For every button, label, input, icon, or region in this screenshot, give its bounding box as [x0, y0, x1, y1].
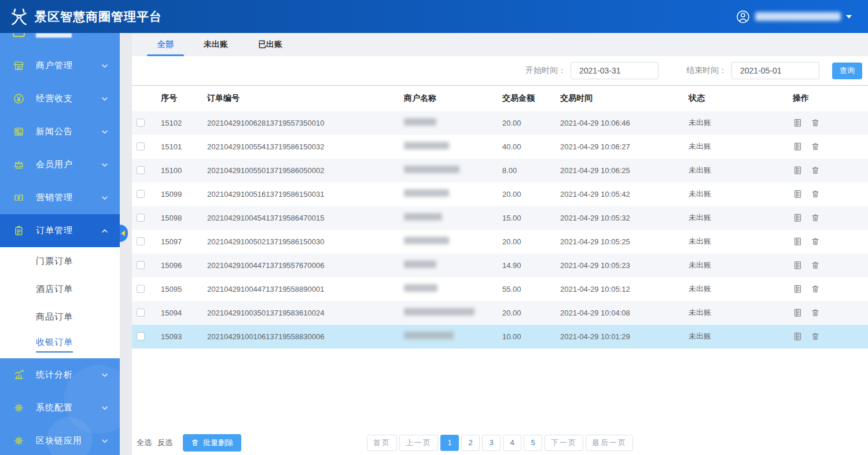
- cell-actions: [793, 135, 868, 159]
- sidebar-item-member-users[interactable]: 会员用户: [0, 148, 120, 181]
- sidebar-item-clipped[interactable]: [0, 33, 120, 39]
- pagination-page-2[interactable]: 2: [461, 435, 480, 451]
- cell-order-no: 2021042910010613719558830006: [207, 325, 404, 348]
- table-row[interactable]: 15097202104291005021371958615003020.0020…: [132, 230, 868, 254]
- delete-row-button[interactable]: [811, 260, 821, 270]
- sidebar-item-news-announcements[interactable]: 新闻公告: [0, 115, 120, 148]
- row-checkbox[interactable]: [137, 332, 145, 340]
- sidebar-subitem-hotel-orders[interactable]: 酒店订单: [0, 275, 120, 303]
- row-checkbox[interactable]: [137, 166, 145, 174]
- delete-row-button[interactable]: [811, 331, 821, 342]
- cell-amount: 55.00: [502, 277, 560, 301]
- chevron-down-icon: [101, 162, 108, 168]
- view-detail-button[interactable]: [793, 212, 803, 223]
- search-button[interactable]: 查询: [832, 63, 862, 79]
- delete-row-button[interactable]: [811, 189, 821, 199]
- batch-delete-button[interactable]: 批量删除: [183, 434, 241, 452]
- sidebar-item-merchant-management[interactable]: 商户管理: [0, 49, 120, 82]
- user-menu[interactable]: [736, 0, 852, 33]
- cell-status: 未出账: [689, 325, 793, 348]
- sidebar-item-business-finance[interactable]: 经营收支: [0, 82, 120, 115]
- cell-amount: 40.00: [502, 135, 560, 159]
- tab-all[interactable]: 全部: [142, 33, 189, 56]
- cell-merchant-redacted: [404, 230, 502, 254]
- table-row[interactable]: 15095202104291004471371955889000155.0020…: [132, 277, 868, 301]
- pagination-prev[interactable]: 上一页: [399, 435, 438, 451]
- row-checkbox[interactable]: [137, 142, 145, 151]
- view-detail-button[interactable]: [793, 141, 803, 152]
- sidebar-item-blockchain-apps[interactable]: 区块链应用: [0, 424, 120, 455]
- sidebar-item-marketing-management[interactable]: 营销管理: [0, 181, 120, 214]
- sidebar-subitem-cashier-orders[interactable]: 收银订单: [0, 331, 120, 358]
- end-date-input[interactable]: [731, 62, 819, 79]
- sidebar-submenu-orders: 门票订单酒店订单商品订单收银订单: [0, 247, 120, 358]
- view-detail-button[interactable]: [793, 118, 803, 128]
- sidebar-item-label: 订单管理: [36, 225, 73, 236]
- delete-icon: [811, 118, 820, 128]
- cell-seq: 15094: [161, 301, 207, 325]
- table-row[interactable]: 15101202104291005541371958615003240.0020…: [132, 135, 868, 159]
- cell-order-no: 2021042910062813719557350010: [207, 111, 404, 135]
- row-checkbox[interactable]: [137, 214, 145, 222]
- detail-icon: [793, 141, 803, 152]
- view-detail-button[interactable]: [793, 260, 803, 270]
- chevron-down-icon: [101, 438, 108, 445]
- view-detail-button[interactable]: [793, 189, 803, 199]
- delete-icon: [811, 307, 820, 318]
- delete-row-button[interactable]: [811, 307, 821, 318]
- view-detail-button[interactable]: [793, 284, 803, 294]
- col-status: 状态: [689, 86, 793, 111]
- pagination-last[interactable]: 最后一页: [586, 435, 633, 451]
- view-detail-button[interactable]: [793, 236, 803, 247]
- detail-icon: [793, 189, 803, 199]
- sidebar-item-statistics-analysis[interactable]: 统计分析: [0, 358, 120, 391]
- sidebar-collapse-handle[interactable]: [120, 225, 128, 242]
- cell-status: 未出账: [689, 277, 793, 301]
- delete-row-button[interactable]: [811, 212, 821, 223]
- start-date-input[interactable]: [571, 62, 659, 79]
- tab-billed[interactable]: 已出账: [243, 33, 297, 56]
- row-checkbox[interactable]: [137, 261, 145, 269]
- cell-actions: [793, 301, 868, 325]
- sidebar-subitem-goods-orders[interactable]: 商品订单: [0, 303, 120, 331]
- delete-row-button[interactable]: [811, 118, 821, 128]
- row-checkbox[interactable]: [137, 237, 145, 245]
- view-detail-button[interactable]: [793, 165, 803, 175]
- news-icon: [13, 126, 25, 138]
- table-row[interactable]: 15096202104291004471371955767000614.9020…: [132, 254, 868, 277]
- sidebar-subitem-ticket-orders[interactable]: 门票订单: [0, 247, 120, 275]
- pagination-first[interactable]: 首页: [367, 435, 397, 451]
- row-checkbox[interactable]: [137, 309, 145, 317]
- pagination-page-5[interactable]: 5: [524, 435, 542, 451]
- sidebar-item-order-management[interactable]: 订单管理: [0, 214, 120, 247]
- tab-unbilled[interactable]: 未出账: [189, 33, 243, 56]
- view-detail-button[interactable]: [793, 307, 803, 318]
- row-checkbox[interactable]: [137, 285, 145, 293]
- delete-row-button[interactable]: [811, 165, 821, 175]
- cell-order-no: 2021042910050213719586150030: [207, 230, 404, 254]
- table-row[interactable]: 15093202104291001061371955883000610.0020…: [132, 325, 868, 348]
- cell-amount: 15.00: [502, 206, 560, 230]
- sidebar-item-system-config[interactable]: 系统配置: [0, 391, 120, 424]
- pagination-page-1[interactable]: 1: [440, 435, 459, 451]
- table-row[interactable]: 1510020210429100550137195860500028.00202…: [132, 159, 868, 182]
- table-row[interactable]: 15102202104291006281371955735001020.0020…: [132, 111, 868, 135]
- cell-time: 2021-04-29 10:06:46: [560, 111, 689, 135]
- orders-table: 序号 订单编号 商户名称 交易金额 交易时间 状态 操作 15102202104…: [132, 85, 868, 348]
- chevron-down-icon: [101, 372, 108, 379]
- delete-row-button[interactable]: [811, 141, 821, 152]
- table-row[interactable]: 15099202104291005161371958615003120.0020…: [132, 182, 868, 206]
- row-checkbox[interactable]: [137, 119, 145, 127]
- invert-selection-link[interactable]: 反选: [157, 438, 172, 448]
- pagination-next[interactable]: 下一页: [545, 435, 583, 451]
- pagination-page-3[interactable]: 3: [482, 435, 501, 451]
- view-detail-button[interactable]: [793, 331, 803, 342]
- row-checkbox[interactable]: [137, 190, 145, 198]
- pagination-page-4[interactable]: 4: [503, 435, 521, 451]
- select-all-link[interactable]: 全选: [137, 438, 152, 448]
- sidebar-subitem-label: 商品订单: [36, 311, 73, 322]
- delete-row-button[interactable]: [811, 284, 821, 294]
- table-row[interactable]: 15098202104291004541371958647001515.0020…: [132, 206, 868, 230]
- table-row[interactable]: 15094202104291003501371958361002420.0020…: [132, 301, 868, 325]
- delete-row-button[interactable]: [811, 236, 821, 247]
